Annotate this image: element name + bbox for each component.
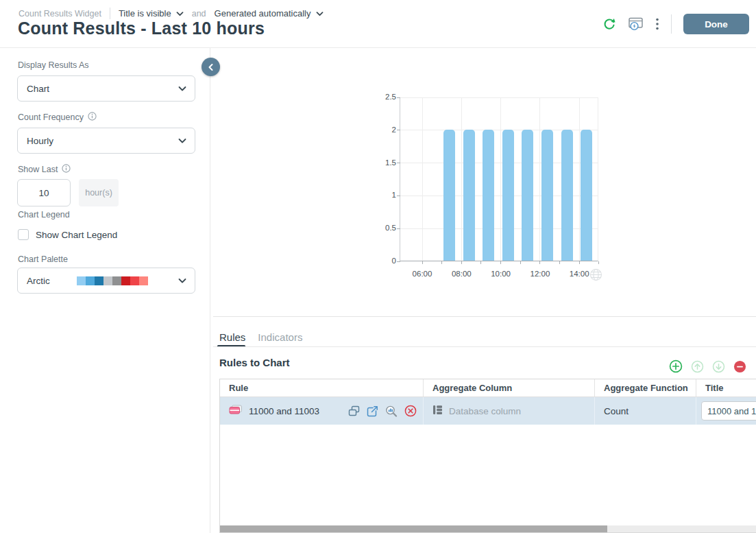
chart-bar[interactable] <box>502 130 514 261</box>
rule-cell: 11000 and 11003 <box>220 397 424 425</box>
x-axis-label: 10:00 <box>485 270 517 278</box>
y-gridline <box>400 97 598 98</box>
x-gridline <box>422 97 423 261</box>
chart-bar[interactable] <box>581 130 592 261</box>
rule-row-actions <box>348 405 417 417</box>
settings-sidebar: Display Results As Chart Count Frequency… <box>0 48 210 533</box>
x-axis-tick <box>500 261 501 264</box>
rules-toolbar <box>669 359 746 373</box>
palette-swatch <box>77 276 86 285</box>
tab-indicators[interactable]: Indicators <box>258 331 302 343</box>
move-up-circle-icon[interactable] <box>691 360 704 373</box>
collapse-panel-button[interactable] <box>202 58 220 76</box>
y-axis-label: 0 <box>369 257 396 265</box>
table-header: Rule Aggregate Column Aggregate Function… <box>220 379 756 397</box>
show-last-input[interactable] <box>17 179 71 206</box>
horizontal-scrollbar[interactable] <box>220 525 756 532</box>
title-mode-dropdown[interactable]: Generated automatically <box>215 8 324 19</box>
tab-bar: Rules Indicators <box>219 331 302 343</box>
duplicate-icon[interactable] <box>348 405 360 417</box>
count-frequency-select[interactable]: Hourly <box>17 128 195 154</box>
chevron-down-icon <box>176 8 184 19</box>
title-cell <box>696 397 756 425</box>
count-frequency-value: Hourly <box>27 136 53 146</box>
add-circle-icon[interactable] <box>669 359 683 373</box>
chevron-down-icon <box>178 84 186 94</box>
y-axis-tick <box>397 261 400 262</box>
breadcrumb-label: Count Results Widget <box>19 9 101 19</box>
scrollbar-thumb[interactable] <box>220 525 607 532</box>
palette-swatches <box>77 276 148 285</box>
breadcrumb: Count Results Widget Title is visible an… <box>19 8 324 19</box>
remove-circle-icon[interactable] <box>733 360 746 373</box>
chevron-down-icon <box>178 276 186 286</box>
info-icon[interactable] <box>88 112 97 123</box>
x-axis-tick <box>520 261 521 264</box>
x-gridline <box>461 97 462 261</box>
column-header-aggregate-function: Aggregate Function <box>595 379 696 396</box>
x-gridline <box>539 97 540 261</box>
table-row[interactable]: 11000 and 11003 <box>220 397 756 425</box>
chart-bar[interactable] <box>443 130 455 261</box>
kebab-menu-icon[interactable] <box>655 17 659 31</box>
show-chart-legend-checkbox[interactable] <box>18 229 29 240</box>
show-chart-legend-row: Show Chart Legend <box>18 229 117 240</box>
y-axis-label: 0.5 <box>369 224 396 232</box>
aggregate-function-cell[interactable]: Count <box>595 397 696 425</box>
palette-swatch <box>103 276 112 285</box>
x-axis-tick <box>559 261 560 264</box>
section-title: Rules to Chart <box>219 357 290 368</box>
preview-chart-icon[interactable] <box>385 405 398 417</box>
refresh-icon[interactable] <box>602 17 616 31</box>
y-axis-tick <box>397 130 400 130</box>
divider <box>110 8 110 19</box>
x-axis-tick <box>539 261 540 264</box>
bar-chart: 00.511.522.506:0008:0010:0012:0014:00 <box>400 97 598 261</box>
display-results-as-label: Display Results As <box>18 60 89 70</box>
x-axis-tick <box>422 261 423 264</box>
rule-name: 11000 and 11003 <box>249 406 319 416</box>
chart-bar[interactable] <box>522 130 533 261</box>
info-icon[interactable] <box>62 164 71 175</box>
open-in-new-icon[interactable] <box>367 405 378 417</box>
x-axis-label: 06:00 <box>406 270 438 278</box>
show-chart-legend-text: Show Chart Legend <box>36 230 117 240</box>
done-button[interactable]: Done <box>683 14 749 34</box>
title-visibility-value: Title is visible <box>119 8 171 19</box>
display-results-as-value: Chart <box>27 84 49 94</box>
palette-swatch <box>130 276 139 285</box>
move-down-circle-icon[interactable] <box>712 360 725 373</box>
x-axis-tick <box>480 261 481 264</box>
chart-palette-value: Arctic <box>27 276 68 286</box>
y-axis-tick <box>397 163 400 163</box>
rule-title-input[interactable] <box>701 401 756 421</box>
chart-palette-select[interactable]: Arctic <box>17 268 195 294</box>
remove-x-icon[interactable] <box>404 405 417 417</box>
palette-swatch <box>121 276 130 285</box>
page-title: Count Results - Last 10 hours <box>18 19 265 38</box>
widget-editor: Count Results Widget Title is visible an… <box>0 0 756 533</box>
y-axis-label: 1 <box>369 191 396 199</box>
y-axis-tick <box>397 97 400 98</box>
show-last-label: Show Last <box>18 164 71 175</box>
x-axis-label: 08:00 <box>446 270 477 278</box>
chart-bar[interactable] <box>483 130 494 261</box>
title-visibility-dropdown[interactable]: Title is visible <box>119 8 184 19</box>
show-last-unit: hour(s) <box>79 179 119 206</box>
widget-refresh-icon[interactable] <box>628 17 644 31</box>
aggregate-column-cell[interactable]: Database column <box>424 397 595 425</box>
tab-rules[interactable]: Rules <box>219 331 245 343</box>
chart-bar[interactable] <box>561 130 573 261</box>
globe-watermark-icon <box>589 268 602 284</box>
tab-bar-border <box>213 346 756 347</box>
chart-bar[interactable] <box>463 130 475 261</box>
display-results-as-select[interactable]: Chart <box>17 75 195 102</box>
aggregate-column-placeholder: Database column <box>449 406 521 416</box>
palette-swatch <box>95 276 103 285</box>
x-axis-tick <box>461 261 462 264</box>
chart-bar[interactable] <box>541 130 553 261</box>
column-header-title: Title <box>696 379 756 396</box>
y-axis-label: 2.5 <box>369 93 396 101</box>
chevron-down-icon <box>316 8 324 19</box>
rule-card-icon <box>229 405 243 417</box>
